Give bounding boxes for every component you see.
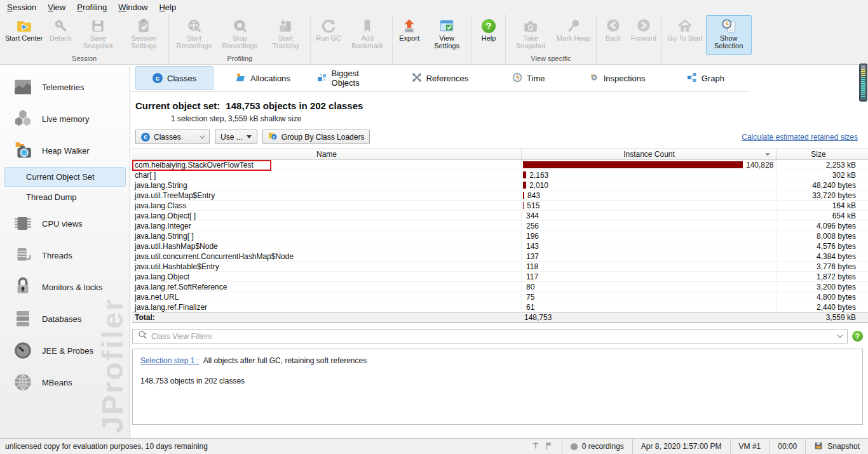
tab-time[interactable]: Time [484, 67, 573, 90]
globe-icon [11, 371, 34, 394]
table-row[interactable]: java.util.TreeMap$Entry 843 33,720 bytes [132, 190, 868, 201]
pin-icon[interactable] [531, 441, 540, 452]
stop-reel-icon [231, 17, 248, 34]
menu-view[interactable]: View [42, 1, 71, 13]
forward-button[interactable]: Forward [628, 15, 660, 55]
heap-controls: c Classes Use ... c Group By Class Loade… [135, 130, 863, 144]
column-header-name[interactable]: Name [132, 149, 522, 159]
column-header-size[interactable]: Size [777, 149, 860, 159]
class-view-filter[interactable] [132, 329, 848, 344]
table-row[interactable]: java.net.URL 75 4,800 bytes [132, 292, 868, 302]
status-bar: unlicensed copy for evaluation purposes,… [0, 438, 868, 454]
chevron-down-icon [200, 133, 205, 138]
main-content: cClasses Allocations Biggest Objects Ref… [130, 65, 868, 438]
timestamp: Apr 8, 2020 1:57:00 PM [632, 439, 730, 454]
table-row[interactable]: java.lang.ref.Finalizer 61 2,440 bytes [132, 302, 868, 312]
recording-indicator-icon [571, 443, 578, 450]
classes-icon: c [141, 133, 150, 142]
table-row[interactable]: java.lang.String[ ] 196 8,008 bytes [132, 231, 868, 241]
table-row[interactable]: java.lang.Object 117 1,872 bytes [132, 272, 868, 282]
forward-arrow-icon [635, 17, 652, 34]
vm-indicator[interactable]: VM #1 [730, 439, 770, 454]
use-button[interactable]: Use ... [215, 130, 257, 144]
flag-icon[interactable] [545, 441, 553, 452]
hex-cluster-icon [11, 107, 34, 130]
table-row[interactable]: java.util.Hashtable$Entry 118 3,776 byte… [132, 262, 868, 272]
sidebar-item-cpu-views[interactable]: CPU views [0, 208, 130, 239]
table-row[interactable]: java.lang.Object[ ] 344 654 kB [132, 211, 868, 221]
header-label: Current object set: [135, 100, 220, 111]
sidebar-item-current-object-set[interactable]: Current Object Set [4, 167, 126, 187]
table-row[interactable]: java.lang.Class 515 164 kB [132, 201, 868, 211]
telemetries-icon [11, 76, 34, 98]
table-row[interactable]: java.util.concurrent.ConcurrentHashMap$N… [132, 251, 868, 262]
current-object-set-header: Current object set: 148,753 objects in 2… [135, 100, 868, 111]
tab-allocations[interactable]: Allocations [219, 67, 307, 90]
sidebar-item-thread-dump[interactable]: Thread Dump [4, 187, 126, 207]
gc-cycle-icon [320, 17, 337, 34]
start-tracking-button[interactable]: Start Tracking [262, 15, 308, 55]
chevron-down-icon[interactable] [837, 333, 843, 338]
time-icon [512, 72, 522, 84]
menu-profiling[interactable]: Profiling [71, 1, 112, 13]
graph-icon [687, 72, 697, 84]
table-row[interactable]: char[ ] 2,163 302 kB [132, 170, 868, 180]
save-snapshot-button[interactable]: Save Snapshot [75, 15, 121, 55]
show-selection-button[interactable]: Show Selection [706, 15, 752, 55]
export-button[interactable]: Export [395, 15, 424, 55]
group-by-class-loaders-button[interactable]: c Group By Class Loaders [262, 130, 370, 144]
mark-heap-button[interactable]: Mark Heap [553, 15, 594, 55]
view-settings-icon [438, 17, 455, 34]
menu-help[interactable]: Help [153, 1, 182, 13]
filter-help-icon[interactable]: ? [852, 331, 863, 342]
tab-inspections[interactable]: Inspections [573, 67, 661, 90]
filter-input[interactable] [151, 332, 834, 341]
tab-biggest-objects[interactable]: Biggest Objects [308, 63, 396, 93]
start-recordings-button[interactable]: Start Recordings [171, 15, 217, 55]
search-icon [138, 330, 147, 342]
table-row[interactable]: java.util.HashMap$Node 143 4,576 bytes [132, 241, 868, 251]
classes-icon: c [153, 73, 163, 83]
vm-memory-gauge [859, 63, 867, 102]
recordings-status[interactable]: 0 recordings [562, 439, 632, 454]
menu-window[interactable]: Window [112, 1, 153, 13]
database-stack-icon [11, 307, 34, 330]
tab-graph[interactable]: Graph [661, 67, 750, 90]
stop-recordings-button[interactable]: Stop Recordings [217, 15, 262, 55]
sidebar-item-live-memory[interactable]: Live memory [0, 103, 130, 135]
tab-references[interactable]: References [396, 67, 484, 90]
table-row[interactable]: java.lang.Integer 256 4,096 bytes [132, 221, 868, 231]
calculate-retained-sizes-link[interactable]: Calculate estimated retained sizes [742, 133, 858, 142]
view-settings-button[interactable]: View Settings [424, 15, 470, 55]
run-gc-button[interactable]: Run GC [313, 15, 344, 55]
session-settings-button[interactable]: Session Settings [121, 15, 166, 55]
snapshot-status[interactable]: Snapshot [805, 439, 868, 454]
thread-spool-icon [11, 244, 34, 267]
classes-dropdown[interactable]: c Classes [135, 130, 210, 144]
group-label-profiling: Profiling [171, 55, 308, 64]
table-row[interactable]: com.heibaiying.StackOverFlowTest 140,828… [132, 160, 868, 170]
go-to-start-button[interactable]: Go To Start [664, 15, 705, 55]
sidebar-item-heap-walker[interactable]: Heap Walker [0, 135, 130, 166]
tab-classes[interactable]: cClasses [130, 66, 219, 90]
menu-session[interactable]: Session [1, 1, 42, 13]
sidebar-item-telemetries[interactable]: Telemetries [0, 71, 130, 103]
take-snapshot-button[interactable]: Take Snapshot [508, 15, 553, 55]
toolbar: Start Center Detach Save Snapshot Sessio… [0, 14, 868, 65]
sidebar: Telemetries Live memory Heap Walker Curr… [0, 65, 130, 438]
add-bookmark-button[interactable]: Add Bookmark [344, 15, 390, 55]
menu-bar: Session View Profiling Window Help [0, 0, 868, 14]
back-button[interactable]: Back [599, 15, 628, 55]
detach-button[interactable]: Detach [46, 15, 75, 55]
table-row[interactable]: java.lang.ref.SoftReference 80 3,200 byt… [132, 282, 868, 292]
instance-count-bar [523, 192, 524, 199]
group-label-session: Session [2, 55, 166, 64]
selection-step-link[interactable]: Selection step 1 : [140, 356, 199, 365]
column-header-instance-count[interactable]: Instance Count [522, 149, 777, 159]
sidebar-item-threads[interactable]: Threads [0, 239, 130, 271]
start-center-button[interactable]: Start Center [2, 15, 46, 55]
cpu-chip-icon [11, 212, 34, 235]
help-button[interactable]: ? Help [474, 15, 503, 55]
record-reel-icon [186, 17, 202, 34]
table-row[interactable]: java.lang.String 2,010 48,240 bytes [132, 180, 868, 190]
